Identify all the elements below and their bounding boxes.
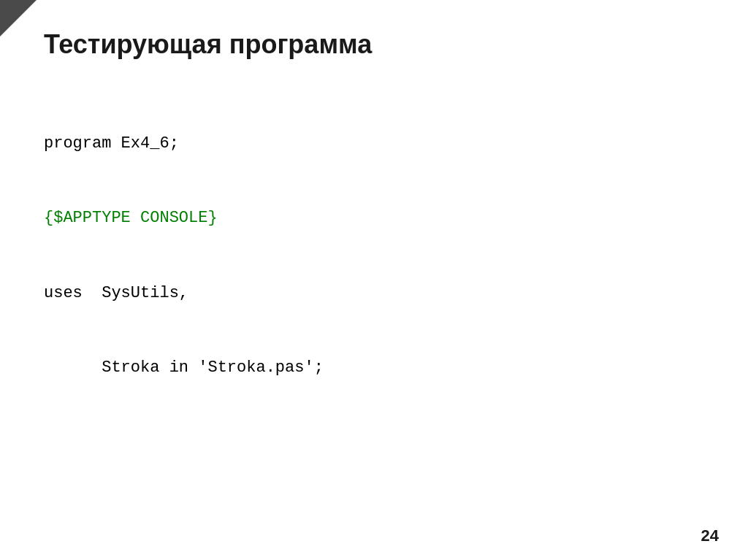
- slide-title: Тестирующая программа: [44, 29, 704, 60]
- corner-decoration: [0, 0, 37, 37]
- page-number: 24: [701, 526, 719, 545]
- slide: Тестирующая программа program Ex4_6; {$A…: [0, 0, 748, 560]
- code-line-2: {$APPTYPE CONSOLE}: [44, 206, 704, 231]
- code-line-4: Stroka in 'Stroka.pas';: [44, 356, 704, 380]
- code-line-1: program Ex4_6;: [44, 131, 704, 156]
- code-line-3: uses SysUtils,: [44, 281, 704, 306]
- code-line-5: [44, 430, 704, 455]
- code-line-6: [44, 505, 704, 530]
- code-block: program Ex4_6; {$APPTYPE CONSOLE} uses S…: [44, 82, 704, 560]
